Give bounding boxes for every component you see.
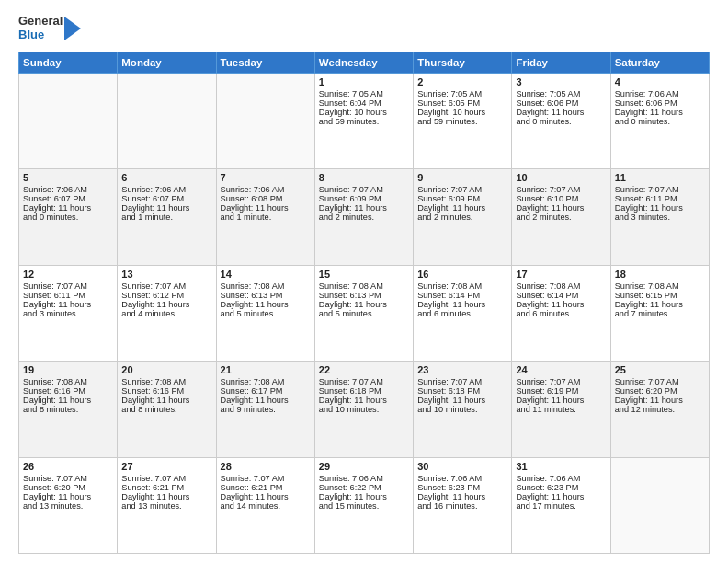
day-info-line: Sunset: 6:18 PM [417, 386, 507, 396]
day-info-line: Sunrise: 7:06 AM [319, 474, 409, 483]
day-info-line: Sunset: 6:11 PM [615, 194, 705, 203]
day-info-line: Sunset: 6:16 PM [23, 386, 113, 396]
day-info-line: and 5 minutes. [221, 309, 311, 318]
day-info-line: Daylight: 11 hours [23, 396, 113, 405]
day-info-line: and 5 minutes. [319, 309, 409, 318]
calendar-cell [610, 457, 709, 553]
calendar-cell: 22Sunrise: 7:07 AMSunset: 6:18 PMDayligh… [314, 362, 413, 457]
calendar-cell: 5Sunrise: 7:06 AMSunset: 6:07 PMDaylight… [19, 169, 118, 265]
day-number: 13 [121, 269, 211, 280]
day-number: 16 [417, 269, 507, 280]
calendar-cell: 2Sunrise: 7:05 AMSunset: 6:05 PMDaylight… [414, 73, 512, 168]
day-info-line: and 2 minutes. [417, 213, 507, 222]
day-info-line: Daylight: 11 hours [23, 492, 113, 501]
day-info-line: Sunset: 6:06 PM [516, 98, 606, 108]
calendar-week-4: 19Sunrise: 7:08 AMSunset: 6:16 PMDayligh… [19, 362, 710, 457]
calendar-cell: 13Sunrise: 7:07 AMSunset: 6:12 PMDayligh… [118, 265, 216, 361]
day-info-line: and 14 minutes. [221, 501, 311, 511]
day-info-line: Daylight: 11 hours [615, 108, 705, 117]
day-info-line: Sunset: 6:09 PM [417, 194, 507, 203]
day-info-line: Daylight: 11 hours [319, 492, 409, 501]
calendar-cell: 24Sunrise: 7:07 AMSunset: 6:19 PMDayligh… [512, 362, 610, 457]
day-info-line: Sunset: 6:05 PM [417, 98, 507, 108]
day-info-line: Daylight: 11 hours [319, 396, 409, 405]
day-info-line: Sunrise: 7:07 AM [121, 282, 211, 291]
calendar-cell: 16Sunrise: 7:08 AMSunset: 6:14 PMDayligh… [414, 265, 512, 361]
day-info-line: and 3 minutes. [23, 309, 113, 318]
calendar-cell: 17Sunrise: 7:08 AMSunset: 6:14 PMDayligh… [512, 265, 610, 361]
day-info-line: and 6 minutes. [417, 309, 507, 318]
day-info-line: and 0 minutes. [23, 213, 113, 222]
day-number: 1 [319, 76, 409, 87]
calendar-cell [216, 73, 314, 168]
day-info-line: and 8 minutes. [121, 405, 211, 414]
logo-blue: Blue [18, 29, 63, 42]
header: General Blue [18, 15, 710, 42]
day-info-line: Sunrise: 7:07 AM [615, 185, 705, 194]
day-number: 9 [417, 172, 507, 183]
day-info-line: Sunrise: 7:06 AM [23, 185, 113, 194]
day-info-line: and 9 minutes. [221, 405, 311, 414]
day-number: 25 [615, 364, 705, 375]
day-number: 31 [516, 461, 606, 472]
day-info-line: and 16 minutes. [417, 501, 507, 511]
day-info-line: Sunset: 6:07 PM [121, 194, 211, 203]
day-info-line: Sunset: 6:13 PM [221, 291, 311, 300]
day-info-line: Sunrise: 7:06 AM [516, 474, 606, 483]
calendar-cell: 8Sunrise: 7:07 AMSunset: 6:09 PMDaylight… [314, 169, 413, 265]
day-info-line: Sunrise: 7:07 AM [615, 377, 705, 386]
day-number: 26 [23, 461, 113, 472]
day-info-line: Sunrise: 7:08 AM [417, 282, 507, 291]
day-number: 3 [516, 76, 606, 87]
day-info-line: Daylight: 11 hours [221, 203, 311, 213]
calendar-cell [19, 73, 118, 168]
day-info-line: Sunset: 6:20 PM [615, 386, 705, 396]
day-info-line: and 3 minutes. [615, 213, 705, 222]
day-info-line: and 1 minute. [121, 213, 211, 222]
calendar-cell: 27Sunrise: 7:07 AMSunset: 6:21 PMDayligh… [118, 457, 216, 553]
day-info-line: and 0 minutes. [615, 117, 705, 126]
calendar-cell: 4Sunrise: 7:06 AMSunset: 6:06 PMDaylight… [610, 73, 709, 168]
calendar-header-row: SundayMondayTuesdayWednesdayThursdayFrid… [19, 52, 710, 73]
calendar-cell: 20Sunrise: 7:08 AMSunset: 6:16 PMDayligh… [118, 362, 216, 457]
day-info-line: Sunrise: 7:07 AM [221, 474, 311, 483]
calendar-cell: 21Sunrise: 7:08 AMSunset: 6:17 PMDayligh… [216, 362, 314, 457]
day-info-line: Sunrise: 7:05 AM [417, 89, 507, 98]
day-info-line: Sunset: 6:17 PM [221, 386, 311, 396]
calendar-cell: 6Sunrise: 7:06 AMSunset: 6:07 PMDaylight… [118, 169, 216, 265]
calendar-cell: 29Sunrise: 7:06 AMSunset: 6:22 PMDayligh… [314, 457, 413, 553]
day-number: 7 [221, 172, 311, 183]
day-info-line: Sunset: 6:04 PM [319, 98, 409, 108]
day-info-line: Sunset: 6:21 PM [221, 483, 311, 492]
calendar-cell: 31Sunrise: 7:06 AMSunset: 6:23 PMDayligh… [512, 457, 610, 553]
day-info-line: Daylight: 11 hours [417, 300, 507, 309]
day-header-tuesday: Tuesday [216, 52, 314, 73]
day-header-thursday: Thursday [414, 52, 512, 73]
day-info-line: Daylight: 11 hours [516, 396, 606, 405]
day-header-friday: Friday [512, 52, 610, 73]
day-info-line: and 13 minutes. [121, 501, 211, 511]
day-header-sunday: Sunday [19, 52, 118, 73]
day-info-line: and 13 minutes. [23, 501, 113, 511]
day-info-line: Daylight: 11 hours [417, 396, 507, 405]
calendar-cell: 30Sunrise: 7:06 AMSunset: 6:23 PMDayligh… [414, 457, 512, 553]
day-info-line: Daylight: 11 hours [121, 492, 211, 501]
day-number: 23 [417, 364, 507, 375]
day-info-line: Daylight: 11 hours [516, 300, 606, 309]
day-info-line: Sunset: 6:18 PM [319, 386, 409, 396]
day-info-line: Sunrise: 7:08 AM [516, 282, 606, 291]
day-info-line: Daylight: 11 hours [121, 396, 211, 405]
day-info-line: Sunset: 6:16 PM [121, 386, 211, 396]
day-info-line: Sunrise: 7:08 AM [221, 377, 311, 386]
day-number: 4 [615, 76, 705, 87]
day-info-line: Sunrise: 7:07 AM [23, 282, 113, 291]
day-info-line: Daylight: 10 hours [417, 108, 507, 117]
day-number: 29 [319, 461, 409, 472]
day-number: 30 [417, 461, 507, 472]
day-info-line: Sunset: 6:12 PM [121, 291, 211, 300]
day-info-line: and 17 minutes. [516, 501, 606, 511]
day-info-line: Sunrise: 7:07 AM [319, 185, 409, 194]
calendar-cell: 1Sunrise: 7:05 AMSunset: 6:04 PMDaylight… [314, 73, 413, 168]
day-info-line: Sunrise: 7:08 AM [319, 282, 409, 291]
calendar-table: SundayMondayTuesdayWednesdayThursdayFrid… [18, 52, 710, 554]
